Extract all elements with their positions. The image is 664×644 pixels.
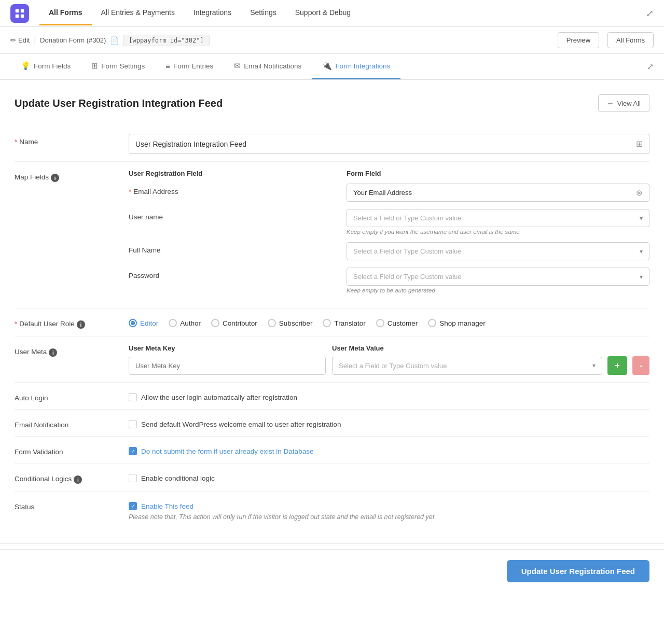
name-input[interactable]: User Registration Integration Feed ⊞ (129, 134, 649, 154)
email-field-wrap: Your Email Address ⊗ (347, 184, 649, 202)
radio-customer[interactable]: Customer (376, 319, 418, 327)
breadcrumb-bar: ✏ Edit | Donation Form (#302) 📄 [wppayfo… (0, 27, 664, 54)
preview-button[interactable]: Preview (558, 32, 599, 48)
email-notification-label: Email Notification (15, 417, 129, 429)
status-checkbox-label: Enable This feed (141, 502, 193, 510)
breadcrumb-edit[interactable]: ✏ Edit (10, 36, 30, 44)
map-col-left-header: User Registration Field (129, 169, 347, 177)
nav-support[interactable]: Support & Debug (286, 1, 360, 25)
auto-login-checkbox-label: Allow the user login automatically after… (141, 394, 297, 401)
breadcrumb-edit-label: Edit (18, 36, 30, 44)
radio-shop-manager[interactable]: Shop manager (428, 319, 486, 327)
email-notifications-icon: ✉ (234, 61, 241, 71)
tab-form-entries-label: Form Entries (173, 62, 213, 70)
name-required-star: * (15, 138, 17, 146)
all-forms-button[interactable]: All Forms (607, 32, 654, 48)
map-field-username: User name Select a Field or Type Custom … (129, 209, 649, 235)
remove-meta-button[interactable]: - (632, 356, 649, 375)
view-all-button[interactable]: ← View All (598, 94, 649, 112)
radio-group: Editor Author Contributor Subscriber Tra… (129, 316, 649, 327)
password-field-name: Password (129, 268, 338, 279)
auto-login-checkbox-item[interactable]: Allow the user login automatically after… (129, 390, 649, 401)
edit-icon: ✏ (10, 36, 16, 44)
user-meta-val-wrap: Select a Field or Type Custom value ▾ + … (332, 356, 649, 375)
tab-form-settings[interactable]: ⊞ Form Settings (81, 54, 155, 79)
add-meta-button[interactable]: + (607, 356, 627, 375)
user-meta-val-chevron-icon: ▾ (592, 362, 596, 369)
email-notification-checkbox-label: Send default WordPress welcome email to … (141, 421, 341, 428)
form-validation-checkbox-item[interactable]: Do not submit the form if user already e… (129, 444, 649, 455)
map-field-email: * Email Address Your Email Address ⊗ (129, 184, 649, 202)
svg-rect-1 (21, 9, 24, 12)
map-fields-row: Map Fields i User Registration Field For… (15, 162, 649, 309)
form-validation-label: Form Validation (15, 444, 129, 456)
user-meta-key-input-wrap (129, 357, 326, 375)
status-row: Status Enable This feed Please note that… (15, 492, 649, 528)
nav-integrations[interactable]: Integrations (184, 1, 241, 25)
status-control: Enable This feed Please note that, This … (129, 499, 649, 521)
name-row: * Name User Registration Integration Fee… (15, 127, 649, 162)
form-entries-icon: ≡ (165, 62, 170, 71)
nav-all-entries[interactable]: All Entries & Payments (92, 1, 184, 25)
form-validation-link[interactable]: Do not submit the form if user already e… (141, 447, 313, 455)
radio-subscriber-circle (268, 319, 276, 327)
map-fields-info-icon[interactable]: i (51, 174, 59, 182)
auto-login-control: Allow the user login automatically after… (129, 390, 649, 401)
radio-translator-label: Translator (334, 319, 365, 327)
nav-settings[interactable]: Settings (241, 1, 286, 25)
password-chevron-icon: ▾ (640, 273, 643, 281)
app-logo (10, 4, 29, 23)
radio-contributor[interactable]: Contributor (211, 319, 257, 327)
form-validation-row: Form Validation Do not submit the form i… (15, 437, 649, 464)
tab-form-integrations[interactable]: 🔌 Form Integrations (312, 54, 400, 79)
user-meta-val-select[interactable]: Select a Field or Type Custom value ▾ (332, 357, 602, 375)
password-select[interactable]: Select a Field or Type Custom value ▾ (347, 268, 649, 286)
radio-author[interactable]: Author (169, 319, 201, 327)
tab-form-fields[interactable]: 💡 Form Fields (10, 54, 81, 79)
auto-login-checkbox[interactable] (129, 393, 137, 401)
radio-editor[interactable]: Editor (129, 319, 158, 327)
map-col-right-header: Form Field (347, 169, 649, 177)
conditional-logics-checkbox-item[interactable]: Enable conditional logic (129, 471, 649, 482)
map-field-password: Password Select a Field or Type Custom v… (129, 268, 649, 293)
fullname-chevron-icon: ▾ (640, 248, 643, 255)
expand-icon[interactable]: ⤢ (646, 8, 654, 19)
user-role-info-icon[interactable]: i (77, 320, 85, 329)
user-meta-headers: User Meta Key User Meta Value (129, 344, 649, 352)
password-hint: Keep empty to be auto generated (347, 287, 649, 293)
breadcrumb-shortcode[interactable]: [wppayform id="302"] (123, 35, 210, 46)
radio-subscriber[interactable]: Subscriber (268, 319, 313, 327)
password-field-input-wrap: Select a Field or Type Custom value ▾ Ke… (347, 268, 649, 293)
form-validation-checkbox[interactable] (129, 447, 137, 455)
email-notification-row: Email Notification Send default WordPres… (15, 410, 649, 437)
email-notification-checkbox-item[interactable]: Send default WordPress welcome email to … (129, 417, 649, 428)
email-notification-checkbox[interactable] (129, 420, 137, 428)
conditional-logics-checkbox[interactable] (129, 474, 137, 482)
user-meta-info-icon[interactable]: i (49, 348, 57, 357)
username-hint: Keep empty if you want the username and … (347, 229, 649, 235)
fullname-select[interactable]: Select a Field or Type Custom value ▾ (347, 242, 649, 260)
conditional-logics-info-icon[interactable]: i (74, 475, 82, 484)
email-select[interactable]: Your Email Address ⊗ (347, 184, 649, 202)
username-select[interactable]: Select a Field or Type Custom value ▾ (347, 209, 649, 227)
radio-translator[interactable]: Translator (323, 319, 365, 327)
user-meta-key-input[interactable] (129, 357, 326, 375)
radio-editor-circle (129, 319, 137, 327)
email-clear-icon[interactable]: ⊗ (634, 188, 644, 198)
tab-expand-icon[interactable]: ⤢ (647, 54, 654, 79)
radio-shop-manager-circle (428, 319, 436, 327)
conditional-logics-checkbox-label: Enable conditional logic (141, 474, 215, 482)
tab-form-entries[interactable]: ≡ Form Entries (155, 54, 224, 79)
form-validation-control: Do not submit the form if user already e… (129, 444, 649, 455)
status-checkbox[interactable] (129, 502, 137, 510)
email-field-input-wrap: Your Email Address ⊗ (347, 184, 649, 202)
conditional-logics-control: Enable conditional logic (129, 471, 649, 482)
tab-email-notifications[interactable]: ✉ Email Notifications (224, 54, 312, 79)
radio-contributor-label: Contributor (223, 319, 257, 327)
update-button[interactable]: Update User Registration Feed (507, 560, 649, 582)
nav-all-forms[interactable]: All Forms (39, 1, 92, 25)
bottom-bar: Update User Registration Feed (0, 549, 664, 593)
name-input-icon: ⊞ (636, 139, 643, 149)
nav-items: All Forms All Entries & Payments Integra… (39, 1, 360, 25)
status-checkbox-item[interactable]: Enable This feed (129, 499, 649, 510)
